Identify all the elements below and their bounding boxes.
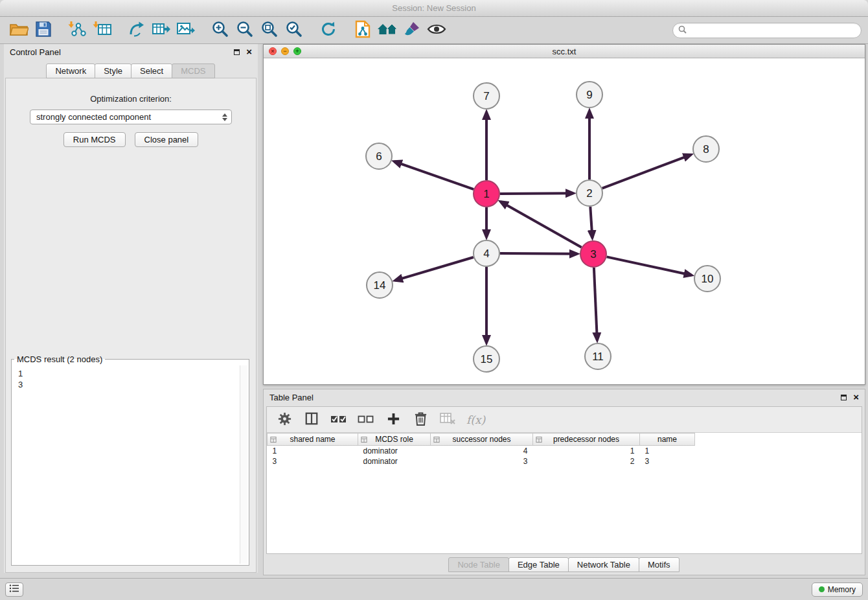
- export-table-button[interactable]: [149, 19, 174, 41]
- network-view-window: scc.txt × − + 7968124314101511: [263, 44, 865, 385]
- network-from-selection-button[interactable]: [124, 19, 149, 41]
- criterion-select[interactable]: strongly connected component: [30, 110, 232, 124]
- graph-node[interactable]: 3: [580, 241, 606, 267]
- window-close-icon[interactable]: ×: [269, 47, 277, 55]
- task-history-button[interactable]: [5, 583, 23, 597]
- close-table-panel-icon[interactable]: ×: [853, 393, 859, 401]
- refresh-view-button[interactable]: [316, 19, 341, 41]
- function-builder-button[interactable]: f(x): [466, 411, 485, 428]
- graph-edge[interactable]: [607, 257, 692, 275]
- zoom-fit-button[interactable]: [257, 19, 282, 41]
- zoom-in-icon: [211, 20, 229, 40]
- table-cell: 3: [268, 456, 358, 467]
- column-type-icon: [270, 436, 277, 445]
- import-table-icon: [93, 21, 112, 40]
- result-scrollbar[interactable]: [240, 365, 247, 564]
- tab-network[interactable]: Network: [46, 63, 95, 78]
- search-box[interactable]: [672, 23, 862, 38]
- svg-text:2: 2: [586, 187, 592, 200]
- search-input[interactable]: [690, 26, 856, 35]
- mcds-result-group: MCDS result (2 nodes) 1 3: [11, 354, 249, 566]
- table-row[interactable]: 1dominator411: [268, 446, 862, 456]
- graph-edge[interactable]: [602, 155, 691, 189]
- tab-network-table[interactable]: Network Table: [568, 557, 639, 572]
- graph-edge[interactable]: [500, 253, 577, 254]
- export-image-button[interactable]: [174, 19, 198, 41]
- window-minimize-icon[interactable]: −: [281, 47, 289, 55]
- float-table-panel-icon[interactable]: [841, 395, 847, 400]
- home-layout-button[interactable]: [375, 19, 400, 41]
- graph-node[interactable]: 1: [474, 181, 499, 207]
- mcds-panel-body: Optimization criterion: strongly connect…: [5, 78, 257, 573]
- svg-text:14: 14: [374, 279, 386, 292]
- zoom-in-button[interactable]: [208, 19, 233, 41]
- table-cell: dominator: [358, 456, 431, 467]
- graph-node[interactable]: 14: [367, 272, 393, 298]
- table-cell: 3: [431, 456, 533, 467]
- column-header-mcds-role[interactable]: MCDS role: [358, 433, 431, 446]
- import-network-button[interactable]: [65, 19, 90, 41]
- open-session-button[interactable]: [6, 19, 31, 41]
- column-header-name[interactable]: name: [640, 433, 695, 446]
- network-graph[interactable]: 7968124314101511: [264, 58, 865, 384]
- svg-text:7: 7: [483, 90, 489, 102]
- select-stepper-icon: [222, 113, 227, 121]
- graph-node[interactable]: 15: [474, 346, 499, 372]
- memory-button[interactable]: Memory: [812, 583, 863, 597]
- import-table-button[interactable]: [90, 19, 115, 41]
- close-panel-button[interactable]: Close panel: [135, 132, 199, 147]
- select-all-button[interactable]: [330, 411, 347, 428]
- close-panel-icon[interactable]: ×: [246, 48, 252, 56]
- column-type-icon: [361, 436, 367, 445]
- graph-node[interactable]: 9: [577, 82, 602, 108]
- deselect-all-button[interactable]: [358, 411, 374, 428]
- network-window-title: scc.txt: [264, 47, 865, 56]
- tab-edge-table[interactable]: Edge Table: [508, 557, 569, 572]
- column-header-predecessor-nodes[interactable]: predecessor nodes: [533, 433, 640, 446]
- table-toolbar: f(x): [267, 407, 862, 433]
- table-cell: 1: [533, 446, 640, 456]
- table-header-row: shared name MCDS role successor nodes pr…: [268, 433, 862, 446]
- tab-style[interactable]: Style: [95, 63, 131, 78]
- tab-select[interactable]: Select: [131, 63, 172, 78]
- graph-node[interactable]: 8: [693, 136, 719, 162]
- apply-style-button[interactable]: [400, 19, 424, 41]
- graph-edge[interactable]: [594, 268, 597, 340]
- table-row[interactable]: 3dominator323: [268, 456, 862, 467]
- add-column-button[interactable]: [385, 411, 402, 428]
- graph-edge[interactable]: [394, 161, 474, 189]
- graph-node[interactable]: 11: [585, 343, 611, 369]
- float-panel-icon[interactable]: [234, 49, 240, 55]
- tab-motifs[interactable]: Motifs: [639, 557, 680, 572]
- network-window-titlebar: scc.txt × − +: [264, 45, 865, 58]
- graph-edge[interactable]: [395, 257, 474, 281]
- delete-column-button[interactable]: [439, 411, 456, 428]
- column-header-shared-name[interactable]: shared name: [268, 433, 358, 446]
- memory-status-icon: [819, 586, 825, 592]
- show-graphics-button[interactable]: [424, 19, 449, 41]
- graph-node[interactable]: 4: [474, 240, 499, 266]
- table-panel-title: Table Panel: [269, 393, 314, 402]
- graph-edge[interactable]: [590, 207, 592, 238]
- table-settings-button[interactable]: [276, 411, 293, 428]
- save-session-button[interactable]: [31, 19, 56, 41]
- graph-edge[interactable]: [500, 193, 573, 194]
- tab-mcds[interactable]: MCDS: [172, 63, 214, 78]
- graph-edge[interactable]: [501, 202, 582, 247]
- run-mcds-button[interactable]: Run MCDS: [63, 132, 126, 147]
- zoom-out-button[interactable]: [233, 19, 257, 41]
- open-network-file-button[interactable]: [350, 19, 375, 41]
- delete-row-button[interactable]: [412, 411, 429, 428]
- show-columns-button[interactable]: [303, 411, 320, 428]
- svg-text:4: 4: [483, 248, 489, 260]
- graph-node[interactable]: 6: [366, 143, 392, 169]
- zoom-selected-button[interactable]: [282, 19, 306, 41]
- graph-node[interactable]: 10: [694, 266, 720, 292]
- tab-node-table[interactable]: Node Table: [448, 557, 509, 572]
- window-zoom-icon[interactable]: +: [293, 47, 301, 55]
- zoom-selected-icon: [285, 20, 303, 40]
- save-floppy-icon: [35, 21, 52, 40]
- graph-node[interactable]: 7: [474, 83, 499, 109]
- column-header-successor-nodes[interactable]: successor nodes: [431, 433, 533, 446]
- graph-node[interactable]: 2: [577, 180, 602, 206]
